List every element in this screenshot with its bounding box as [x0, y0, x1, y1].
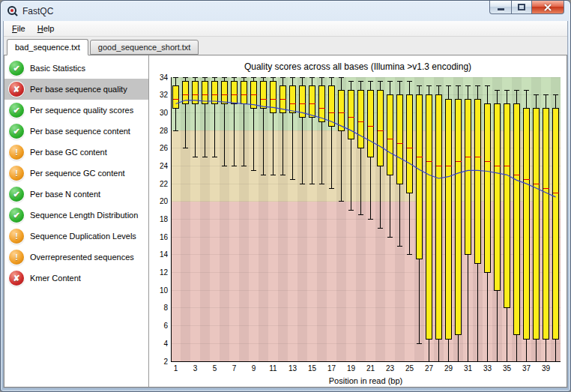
svg-text:23: 23: [385, 364, 394, 373]
svg-text:13: 13: [288, 364, 297, 373]
menu-bar: File Help: [4, 21, 567, 37]
svg-text:31: 31: [463, 364, 472, 373]
sidebar-item-label: Sequence Length Distribution: [30, 211, 138, 220]
close-button[interactable]: [531, 1, 564, 14]
pass-check-icon: ✔: [9, 208, 24, 223]
maximize-icon: [518, 4, 525, 10]
sidebar-item-label: Basic Statistics: [30, 64, 85, 73]
sidebar-item-per-base-sequence-quality[interactable]: ✘Per base sequence quality: [4, 79, 148, 100]
chart-title: Quality scores across all bases (Illumin…: [244, 55, 471, 72]
svg-text:25: 25: [405, 364, 414, 373]
warn-exclamation-icon: !: [9, 166, 24, 181]
svg-text:24: 24: [159, 162, 168, 170]
svg-text:10: 10: [159, 286, 168, 295]
sidebar-item-label: Per base N content: [30, 190, 100, 199]
pass-check-icon: ✔: [9, 103, 24, 118]
svg-text:3: 3: [193, 364, 197, 373]
svg-text:14: 14: [159, 250, 168, 259]
svg-text:2: 2: [163, 358, 168, 366]
window-controls: [489, 1, 564, 14]
svg-text:39: 39: [541, 364, 550, 373]
svg-text:37: 37: [522, 364, 531, 373]
fail-cross-icon: ✘: [9, 271, 24, 286]
report-panel: ✔Basic Statistics✘Per base sequence qual…: [4, 55, 567, 388]
svg-text:21: 21: [366, 364, 375, 373]
sidebar-item-label: Per sequence GC content: [30, 169, 125, 178]
sidebar-item-sequence-length-distribution[interactable]: ✔Sequence Length Distribution: [4, 205, 148, 226]
window-title: FastQC: [22, 6, 53, 16]
pass-check-icon: ✔: [9, 124, 24, 139]
menu-item-file[interactable]: File: [6, 22, 31, 35]
pass-check-icon: ✔: [9, 187, 24, 202]
sidebar-item-label: Kmer Content: [30, 274, 81, 283]
svg-text:12: 12: [159, 268, 168, 277]
chart-area: Quality scores across all bases (Illumin…: [149, 55, 567, 387]
minimize-icon: [498, 8, 504, 10]
tab-bar: bad_sequence.txt good_sequence_short.txt: [4, 37, 567, 55]
svg-text:18: 18: [159, 215, 168, 223]
svg-text:6: 6: [163, 322, 168, 330]
svg-text:33: 33: [483, 364, 492, 373]
menu-item-help[interactable]: Help: [31, 22, 61, 35]
sidebar-item-per-base-n-content[interactable]: ✔Per base N content: [4, 184, 148, 205]
sidebar: ✔Basic Statistics✘Per base sequence qual…: [4, 55, 149, 387]
quality-boxplot-svg: 2468101214161820222426283032341357911131…: [151, 73, 566, 387]
warn-exclamation-icon: !: [9, 250, 24, 265]
sidebar-item-overrepresented-sequences[interactable]: !Overrepresented sequences: [4, 247, 148, 268]
fastqc-window: FastQC File Help bad_sequence.txt good_s…: [0, 0, 571, 392]
svg-text:1: 1: [173, 364, 178, 373]
sidebar-item-label: Sequence Duplication Levels: [30, 232, 136, 241]
svg-text:16: 16: [159, 233, 168, 241]
fail-cross-icon: ✘: [9, 82, 24, 97]
svg-text:35: 35: [502, 364, 511, 373]
svg-text:28: 28: [159, 127, 168, 135]
minimize-button[interactable]: [489, 1, 512, 14]
app-frame: File Help bad_sequence.txt good_sequence…: [3, 21, 568, 388]
svg-text:Position in read (bp): Position in read (bp): [328, 376, 402, 385]
svg-text:30: 30: [159, 109, 168, 117]
close-icon: [543, 3, 552, 12]
svg-text:7: 7: [232, 364, 236, 373]
svg-text:17: 17: [327, 364, 336, 373]
svg-text:29: 29: [444, 364, 453, 373]
sidebar-item-label: Per base sequence quality: [30, 85, 127, 94]
sidebar-item-label: Per base sequence content: [30, 127, 130, 136]
window-body: File Help bad_sequence.txt good_sequence…: [1, 21, 570, 391]
sidebar-item-per-sequence-gc-content[interactable]: !Per sequence GC content: [4, 163, 148, 184]
svg-text:32: 32: [159, 91, 168, 99]
sidebar-item-label: Per base GC content: [30, 148, 107, 157]
svg-text:34: 34: [159, 73, 168, 82]
sidebar-item-per-base-gc-content[interactable]: !Per base GC content: [4, 142, 148, 163]
fastqc-logo-icon: [7, 5, 19, 17]
pass-check-icon: ✔: [9, 61, 24, 76]
svg-text:8: 8: [163, 304, 168, 312]
quality-boxplot-chart: 2468101214161820222426283032341357911131…: [151, 73, 566, 387]
sidebar-item-label: Overrepresented sequences: [30, 253, 134, 262]
sidebar-item-basic-statistics[interactable]: ✔Basic Statistics: [4, 58, 148, 79]
sidebar-item-label: Per sequence quality scores: [30, 106, 133, 115]
tab-good-sequence-short[interactable]: good_sequence_short.txt: [90, 40, 199, 55]
sidebar-item-kmer-content[interactable]: ✘Kmer Content: [4, 268, 148, 289]
svg-text:5: 5: [212, 364, 217, 373]
sidebar-item-per-sequence-quality-scores[interactable]: ✔Per sequence quality scores: [4, 100, 148, 121]
title-bar: FastQC: [1, 1, 570, 21]
svg-text:26: 26: [159, 144, 168, 152]
svg-text:4: 4: [163, 340, 168, 348]
warn-exclamation-icon: !: [9, 229, 24, 244]
sidebar-item-sequence-duplication-levels[interactable]: !Sequence Duplication Levels: [4, 226, 148, 247]
maximize-button[interactable]: [511, 1, 532, 14]
svg-text:27: 27: [424, 364, 433, 373]
svg-text:19: 19: [346, 364, 355, 373]
warn-exclamation-icon: !: [9, 145, 24, 160]
tab-bad-sequence[interactable]: bad_sequence.txt: [7, 39, 88, 55]
svg-text:11: 11: [269, 364, 277, 373]
svg-text:9: 9: [251, 364, 256, 373]
svg-text:20: 20: [159, 197, 168, 205]
svg-text:22: 22: [159, 180, 168, 188]
svg-text:15: 15: [307, 364, 316, 373]
sidebar-item-per-base-sequence-content[interactable]: ✔Per base sequence content: [4, 121, 148, 142]
